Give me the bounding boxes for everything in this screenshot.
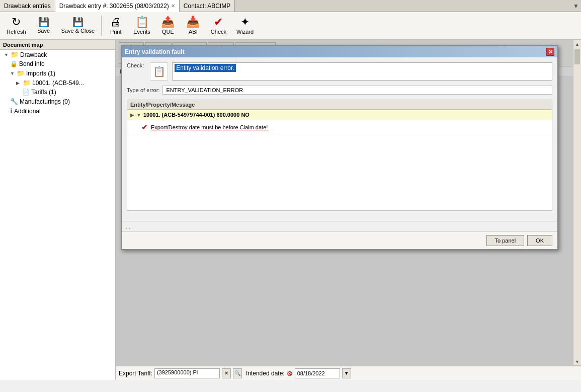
- intended-date-label: Intended date:: [246, 370, 285, 377]
- type-of-error-value: ENTRY_VALIDATION_ERROR: [162, 86, 552, 95]
- entry-validation-modal: Entry validation fault ✕ Check: 📋 Entity…: [121, 45, 558, 250]
- tree-arrow-drawback: ▼: [4, 52, 9, 57]
- que-button[interactable]: 📤 QUE: [156, 14, 180, 38]
- print-label: Print: [110, 29, 122, 35]
- modal-close-button[interactable]: ✕: [546, 48, 554, 56]
- status-bar: Export Tariff: (3925900000) Pl ✕ 🔍 Inten…: [116, 366, 581, 380]
- tree-item-tariffs[interactable]: 📄 Tariffs (1): [0, 88, 115, 97]
- tab-contact[interactable]: Contact: ABCIMP: [180, 0, 235, 12]
- right-scrollbar[interactable]: ▲ ▼: [573, 40, 581, 366]
- entity-expand-icon[interactable]: ▼: [136, 112, 141, 118]
- scroll-down-arrow[interactable]: ▼: [573, 358, 581, 366]
- tree-label-tariffs: Tariffs (1): [31, 89, 56, 96]
- tab-label-contact: Contact: ABCIMP: [184, 3, 230, 10]
- tree-label-bond-info: Bond info: [19, 60, 45, 67]
- check-icon: ✔: [214, 17, 223, 28]
- tree-label-10001: 10001. (ACB-549...: [32, 80, 84, 87]
- document-map-title: Document map: [0, 40, 115, 50]
- tab-drawback-entry[interactable]: Drawback entry #: 3002655 (08/03/2022) ✕: [55, 0, 180, 12]
- intended-date-value[interactable]: 08/18/2022: [295, 368, 340, 378]
- scroll-track: [573, 65, 581, 358]
- main-layout: Document map ▼ 📁 Drawback 🔒 Bond info ▼ …: [0, 40, 581, 380]
- main-toolbar: ↻ Refresh 💾 Save 💾 Save & Close 🖨 Print …: [0, 12, 581, 40]
- events-icon: 📋: [135, 17, 149, 28]
- error-type-row: Type of error: ENTRY_VALIDATION_ERROR: [127, 86, 552, 95]
- tree-label-imports: Imports (1): [26, 70, 55, 77]
- wizard-icon: ✦: [240, 17, 250, 28]
- modal-title: Entry validation fault: [125, 48, 185, 55]
- tree-item-drawback[interactable]: ▼ 📁 Drawback: [0, 50, 115, 59]
- check-clipboard-icon: 📋: [150, 62, 168, 81]
- entity-row[interactable]: ▶ ▼ 10001. (ACB-54979744-001) 600.0000 N…: [127, 110, 552, 120]
- check-label: Check:: [127, 62, 144, 68]
- events-button[interactable]: 📋 Events: [129, 14, 155, 38]
- check-text-highlighted: Entity validation error.: [175, 64, 235, 72]
- tree-arrow-imports: ▼: [10, 71, 15, 76]
- check-row: Check: 📋 Entity validation error.: [127, 62, 552, 81]
- doc-icon-tariffs: 📄: [22, 89, 30, 96]
- abi-label: ABI: [189, 29, 198, 35]
- abi-button[interactable]: 📥 ABI: [181, 14, 205, 38]
- tab-label-active: Drawback entry #: 3002655 (08/03/2022): [59, 3, 169, 10]
- tree-item-additional[interactable]: ℹ Additional: [0, 106, 115, 116]
- modal-ellipsis: ...: [122, 221, 557, 231]
- export-tariff-input[interactable]: (3925900000) Pl: [154, 368, 220, 378]
- export-tariff-search-button[interactable]: 🔍: [233, 368, 242, 378]
- tree-item-imports[interactable]: ▼ 📁 Imports (1): [0, 68, 115, 78]
- tree-item-manufacturings[interactable]: 🔧 Manufacturings (0): [0, 97, 115, 106]
- tab-bar: Drawback entries Drawback entry #: 30026…: [0, 0, 581, 12]
- modal-footer: To panel OK: [122, 231, 557, 249]
- intended-date-dropdown-button[interactable]: ▼: [342, 368, 351, 378]
- print-button[interactable]: 🖨 Print: [104, 14, 128, 38]
- tab-spacer: [235, 0, 571, 12]
- error-check-icon: ✔: [141, 122, 148, 132]
- refresh-label: Refresh: [7, 29, 26, 35]
- entity-table-body: ▶ ▼ 10001. (ACB-54979744-001) 600.0000 N…: [127, 110, 552, 210]
- left-panel: Document map ▼ 📁 Drawback 🔒 Bond info ▼ …: [0, 40, 116, 380]
- tab-label: Drawback entries: [4, 3, 51, 10]
- tab-close-icon[interactable]: ✕: [171, 3, 175, 9]
- info-icon: ℹ: [10, 107, 13, 115]
- export-tariff-field: Export Tariff: (3925900000) Pl ✕ 🔍: [119, 368, 242, 378]
- tree-arrow-10001: ▶: [16, 81, 21, 86]
- tree-item-10001[interactable]: ▶ 📁 10001. (ACB-549...: [0, 78, 115, 88]
- folder-icon-imports: 📁: [17, 69, 25, 77]
- modal-titlebar: Entry validation fault ✕: [122, 46, 557, 57]
- save-label: Save: [37, 28, 50, 34]
- modal-body: Check: 📋 Entity validation error. Type o…: [122, 57, 557, 221]
- error-message: Export/Destroy date must be before Claim…: [151, 124, 268, 130]
- export-tariff-clear-button[interactable]: ✕: [222, 368, 231, 378]
- entity-error-row: ✔ Export/Destroy date must be before Cla…: [127, 120, 552, 134]
- save-button[interactable]: 💾 Save: [32, 14, 56, 38]
- export-tariff-label: Export Tariff:: [119, 370, 152, 377]
- scroll-thumb[interactable]: [574, 49, 580, 64]
- abi-icon: 📥: [186, 17, 200, 28]
- to-panel-button[interactable]: To panel: [486, 235, 525, 246]
- save-close-button[interactable]: 💾 Save & Close: [57, 14, 100, 38]
- events-label: Events: [133, 29, 150, 35]
- ok-button[interactable]: OK: [527, 235, 552, 246]
- tree-label-manufacturings: Manufacturings (0): [20, 98, 70, 105]
- tab-scroll-arrow[interactable]: ▼: [571, 0, 581, 12]
- refresh-button[interactable]: ↻ Refresh: [2, 14, 31, 38]
- tree-item-bond-info[interactable]: 🔒 Bond info: [0, 59, 115, 68]
- check-button[interactable]: ✔ Check: [206, 14, 231, 38]
- tab-drawback-entries[interactable]: Drawback entries: [0, 0, 55, 12]
- refresh-icon: ↻: [12, 17, 21, 28]
- scroll-up-arrow[interactable]: ▲: [573, 40, 581, 48]
- print-icon: 🖨: [110, 17, 121, 28]
- save-close-icon: 💾: [72, 18, 84, 27]
- entity-expand-arrow[interactable]: ▶: [130, 112, 134, 118]
- check-text-box: Entity validation error.: [172, 62, 552, 81]
- entity-row-text: 10001. (ACB-54979744-001) 600.0000 NO: [143, 112, 250, 118]
- wizard-button[interactable]: ✦ Wizard: [232, 14, 258, 38]
- intended-date-error-icon: ⊗: [287, 369, 293, 377]
- tree-label-additional: Additional: [14, 108, 41, 115]
- toolbar-separator: [101, 16, 102, 36]
- tree-label-drawback: Drawback: [20, 51, 47, 58]
- que-label: QUE: [162, 29, 174, 35]
- que-icon: 📤: [161, 17, 175, 28]
- right-content: ➕ New ✖ Delete ✖ Delete All 📥 Import ⊞ R…: [116, 40, 581, 380]
- folder-icon-drawback: 📁: [11, 51, 19, 58]
- save-icon: 💾: [38, 18, 49, 27]
